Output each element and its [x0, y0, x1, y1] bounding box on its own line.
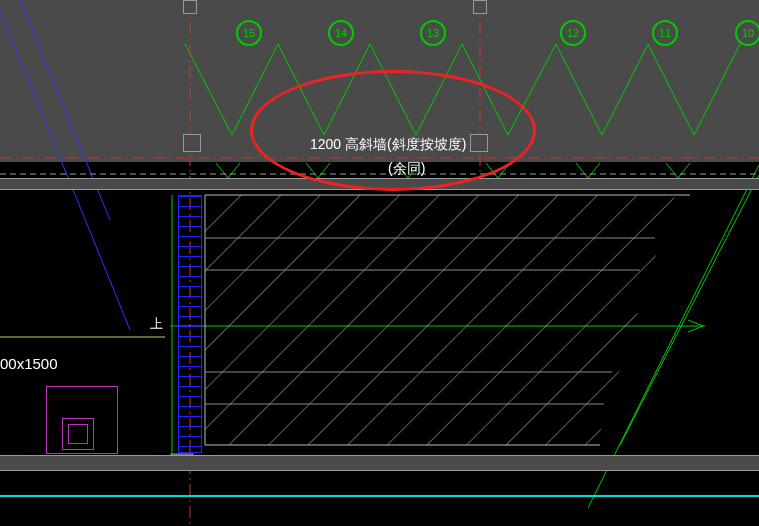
grid-bubble-14: 14	[328, 20, 354, 46]
grid-label: 12	[567, 27, 579, 39]
grid-label: 13	[427, 27, 439, 39]
grid-label: 11	[659, 27, 671, 39]
column-marker	[183, 0, 197, 14]
column-marker	[183, 134, 201, 152]
grid-label: 10	[742, 27, 754, 39]
grid-bubble-13: 13	[420, 20, 446, 46]
grid-label: 15	[243, 27, 255, 39]
grid-bubble-12: 12	[560, 20, 586, 46]
equipment-box-core	[68, 424, 88, 444]
column-marker	[473, 0, 487, 14]
wall-lower-horizontal	[0, 455, 759, 471]
stair-direction-label: 上	[150, 315, 163, 333]
grid-bubble-15: 15	[236, 20, 262, 46]
svg-line-19	[620, 175, 759, 445]
grid-bubble-11: 11	[652, 20, 678, 46]
callout-ellipse	[250, 70, 536, 191]
cad-viewport[interactable]: 15 14 13 12 11 10 1200 高斜墙(斜度按坡度) (余同) 上…	[0, 0, 759, 526]
stair-ladder	[178, 195, 202, 453]
grid-label: 14	[335, 27, 347, 39]
dimension-text: 00x1500	[0, 355, 58, 372]
grid-bubble-10: 10	[735, 20, 759, 46]
svg-rect-24	[205, 195, 685, 445]
